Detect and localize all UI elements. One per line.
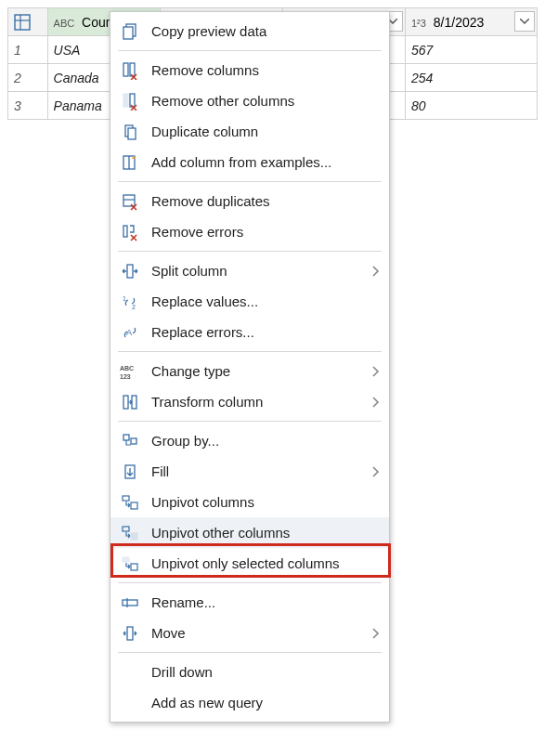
unpivot-other-icon bbox=[118, 521, 142, 545]
menu-add-column-from-examples[interactable]: Add column from examples... bbox=[110, 147, 389, 177]
menu-rename[interactable]: Rename... bbox=[110, 587, 389, 618]
svg-rect-37 bbox=[131, 502, 137, 509]
menu-remove-columns[interactable]: Remove columns bbox=[110, 55, 389, 85]
chevron-right-icon bbox=[372, 266, 380, 277]
table-icon bbox=[14, 14, 42, 31]
svg-rect-33 bbox=[123, 435, 129, 440]
menu-label: Rename... bbox=[151, 594, 380, 610]
blank-icon bbox=[118, 691, 142, 715]
change-type-icon: ABC123 bbox=[118, 359, 142, 384]
svg-rect-22 bbox=[123, 226, 127, 237]
replace-errors-icon: A bbox=[118, 320, 142, 345]
menu-label: Copy preview data bbox=[151, 23, 380, 39]
menu-label: Unpivot only selected columns bbox=[151, 555, 380, 571]
svg-text:2: 2 bbox=[132, 304, 136, 310]
svg-rect-5 bbox=[123, 63, 128, 76]
svg-rect-44 bbox=[127, 627, 133, 640]
remove-errors-icon bbox=[118, 220, 142, 244]
menu-copy-preview-data[interactable]: Copy preview data bbox=[110, 16, 389, 46]
menu-drill-down[interactable]: Drill down bbox=[110, 657, 389, 687]
menu-replace-values[interactable]: 12 Replace values... bbox=[110, 286, 389, 317]
svg-rect-6 bbox=[130, 63, 135, 76]
menu-change-type[interactable]: ABC123 Change type bbox=[110, 356, 389, 386]
menu-label: Transform column bbox=[151, 394, 372, 410]
menu-separator bbox=[118, 652, 382, 653]
svg-rect-38 bbox=[123, 527, 129, 531]
chevron-right-icon bbox=[372, 628, 380, 639]
column-name: 8/1/2023 bbox=[434, 15, 485, 30]
menu-label: Add as new query bbox=[151, 695, 380, 710]
menu-label: Replace values... bbox=[151, 293, 380, 309]
svg-rect-39 bbox=[131, 533, 137, 540]
menu-label: Fill bbox=[151, 463, 372, 479]
cell-value[interactable]: 80 bbox=[405, 92, 537, 120]
svg-rect-40 bbox=[123, 557, 129, 562]
menu-label: Remove other columns bbox=[151, 93, 380, 109]
svg-rect-10 bbox=[130, 94, 135, 107]
menu-separator bbox=[118, 351, 382, 352]
menu-label: Replace errors... bbox=[151, 324, 380, 340]
svg-rect-25 bbox=[127, 265, 133, 278]
menu-transform-column[interactable]: Transform column bbox=[110, 386, 389, 417]
menu-label: Add column from examples... bbox=[151, 154, 380, 170]
move-icon bbox=[118, 621, 142, 645]
rename-icon bbox=[118, 591, 142, 615]
menu-remove-other-columns[interactable]: Remove other columns bbox=[110, 85, 389, 116]
menu-label: Group by... bbox=[151, 433, 380, 449]
menu-separator bbox=[118, 582, 382, 583]
fill-icon bbox=[118, 460, 142, 484]
chevron-right-icon bbox=[372, 466, 380, 477]
unpivot-icon bbox=[118, 490, 142, 515]
svg-rect-9 bbox=[123, 94, 128, 107]
menu-group-by[interactable]: Group by... bbox=[110, 425, 389, 456]
menu-label: Move bbox=[151, 625, 372, 641]
svg-rect-0 bbox=[15, 15, 30, 30]
cell-value[interactable]: 567 bbox=[405, 36, 537, 64]
duplicate-icon bbox=[118, 120, 142, 144]
replace-values-icon: 12 bbox=[118, 290, 142, 314]
cell-value[interactable]: 254 bbox=[405, 64, 537, 92]
svg-rect-4 bbox=[123, 27, 133, 39]
menu-separator bbox=[118, 50, 382, 51]
svg-rect-41 bbox=[131, 564, 137, 570]
menu-add-as-new-query[interactable]: Add as new query bbox=[110, 687, 389, 718]
menu-label: Change type bbox=[151, 363, 372, 379]
menu-duplicate-column[interactable]: Duplicate column bbox=[110, 116, 389, 147]
menu-label: Drill down bbox=[151, 664, 380, 680]
svg-rect-31 bbox=[123, 396, 128, 409]
svg-rect-42 bbox=[123, 600, 137, 606]
menu-split-column[interactable]: Split column bbox=[110, 255, 389, 286]
svg-rect-34 bbox=[131, 438, 136, 444]
menu-label: Duplicate column bbox=[151, 124, 380, 139]
menu-label: Split column bbox=[151, 263, 372, 279]
menu-remove-duplicates[interactable]: Remove duplicates bbox=[110, 186, 389, 216]
svg-rect-36 bbox=[123, 496, 129, 501]
svg-text:ABC: ABC bbox=[120, 365, 134, 371]
svg-text:123: 123 bbox=[120, 373, 131, 380]
row-number: 3 bbox=[8, 92, 48, 120]
menu-label: Remove columns bbox=[151, 62, 380, 78]
column-header-date3[interactable]: 1²3 8/1/2023 bbox=[405, 8, 537, 36]
transform-column-icon bbox=[118, 390, 142, 414]
menu-remove-errors[interactable]: Remove errors bbox=[110, 216, 389, 247]
remove-columns-icon bbox=[118, 59, 142, 83]
filter-dropdown-button[interactable] bbox=[514, 11, 535, 32]
menu-replace-errors[interactable]: A Replace errors... bbox=[110, 317, 389, 347]
menu-unpivot-columns[interactable]: Unpivot columns bbox=[110, 487, 389, 517]
menu-label: Remove errors bbox=[151, 224, 380, 240]
copy-icon bbox=[118, 20, 142, 44]
add-column-examples-icon bbox=[118, 150, 142, 175]
menu-label: Unpivot other columns bbox=[151, 525, 380, 541]
table-corner-cell[interactable] bbox=[8, 8, 48, 36]
menu-label: Unpivot columns bbox=[151, 494, 380, 510]
menu-unpivot-other-columns[interactable]: Unpivot other columns bbox=[110, 517, 389, 548]
menu-move[interactable]: Move bbox=[110, 618, 389, 648]
svg-rect-14 bbox=[128, 128, 136, 139]
menu-separator bbox=[118, 251, 382, 252]
menu-unpivot-only-selected[interactable]: Unpivot only selected columns bbox=[110, 548, 389, 579]
svg-rect-18 bbox=[123, 195, 135, 206]
remove-other-columns-icon bbox=[118, 89, 142, 113]
menu-fill[interactable]: Fill bbox=[110, 456, 389, 487]
chevron-right-icon bbox=[372, 366, 380, 377]
group-by-icon bbox=[118, 429, 142, 453]
